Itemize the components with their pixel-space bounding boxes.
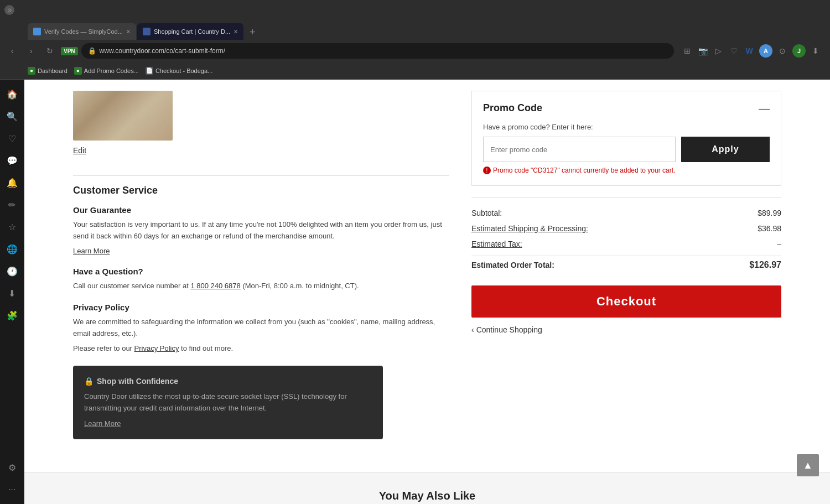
word-icon[interactable]: W bbox=[744, 45, 755, 56]
content-wrapper: Edit Customer Service Our Guarantee Your… bbox=[62, 80, 792, 461]
total-label: Estimated Order Total: bbox=[471, 261, 554, 269]
url-bar[interactable]: 🔒 www.countrydoor.com/co/cart-submit-for… bbox=[81, 43, 674, 59]
tab1-close-icon[interactable]: × bbox=[126, 27, 131, 36]
bookmark-checkout[interactable]: 📄 Checkout - Bodega... bbox=[146, 67, 212, 75]
tabs-bar: Verify Codes — SimplyCod... × Shopping C… bbox=[0, 20, 830, 40]
tax-value: – bbox=[777, 240, 781, 248]
bookmark-promo-label: Add Promo Codes... bbox=[84, 67, 139, 74]
user-avatar-a[interactable]: A bbox=[759, 44, 772, 58]
sidebar-search-icon[interactable]: 🔍 bbox=[2, 106, 22, 126]
guarantee-text: Your satisfaction is very important to u… bbox=[73, 219, 449, 242]
guarantee-title: Our Guarantee bbox=[73, 205, 449, 215]
download-icon[interactable]: ⬇ bbox=[810, 45, 821, 56]
sidebar-heart-icon[interactable]: ♡ bbox=[2, 128, 22, 148]
sidebar-home-icon[interactable]: 🏠 bbox=[2, 84, 22, 104]
address-bar: ‹ › ↻ VPN 🔒 www.countrydoor.com/co/cart-… bbox=[0, 40, 830, 62]
phone-link[interactable]: 1 800 240 6878 bbox=[190, 282, 240, 290]
confidence-learn-more-link[interactable]: Learn More bbox=[84, 419, 121, 428]
tab1-title: Verify Codes — SimplyCod... bbox=[44, 28, 123, 35]
sidebar-more-icon[interactable]: ··· bbox=[2, 480, 22, 500]
promo-section: Promo Code — Have a promo code? Enter it… bbox=[471, 91, 781, 186]
sidebar-download-icon[interactable]: ⬇ bbox=[2, 283, 22, 303]
promo-header: Promo Code — bbox=[483, 102, 770, 114]
screenshot-icon[interactable]: 📷 bbox=[697, 45, 708, 56]
play-icon[interactable]: ▷ bbox=[713, 45, 724, 56]
bookmark-dashboard-icon: ● bbox=[28, 67, 35, 75]
ymal-title: You May Also Like bbox=[35, 490, 819, 502]
left-column: Edit Customer Service Our Guarantee Your… bbox=[73, 80, 449, 461]
subtotal-label: Subtotal: bbox=[471, 209, 502, 217]
subtotal-row: Subtotal: $89.99 bbox=[471, 209, 781, 217]
guarantee-learn-more-link[interactable]: Learn More bbox=[73, 247, 110, 255]
right-column: Promo Code — Have a promo code? Enter it… bbox=[471, 80, 781, 461]
url-text: www.countrydoor.com/co/cart-submit-form/ bbox=[100, 47, 667, 55]
question-text: Call our customer service number at 1 80… bbox=[73, 280, 449, 292]
bookmark-checkout-icon: 📄 bbox=[146, 67, 153, 75]
main-content: Edit Customer Service Our Guarantee Your… bbox=[24, 80, 830, 504]
user-avatar-j[interactable]: J bbox=[792, 44, 806, 58]
error-icon: ! bbox=[483, 167, 491, 174]
back-button[interactable]: ‹ bbox=[4, 43, 20, 59]
edit-link[interactable]: Edit bbox=[73, 146, 86, 155]
customer-service-section: Customer Service Our Guarantee Your sati… bbox=[73, 185, 449, 439]
product-image-section: Edit bbox=[73, 91, 449, 167]
tab-verify-codes[interactable]: Verify Codes — SimplyCod... × bbox=[28, 23, 136, 40]
confidence-lock-icon: 🔒 bbox=[84, 377, 94, 386]
privacy-title: Privacy Policy bbox=[73, 303, 449, 312]
new-tab-button[interactable]: + bbox=[245, 24, 260, 40]
tab2-title: Shopping Cart | Country D... bbox=[154, 28, 230, 35]
bookmark-promo-codes[interactable]: ● Add Promo Codes... bbox=[74, 67, 139, 75]
tax-row: Estimated Tax: – bbox=[471, 240, 781, 248]
sidebar-gear-icon[interactable]: ⚙ bbox=[2, 458, 22, 477]
sidebar-bell-icon[interactable]: 🔔 bbox=[2, 173, 22, 193]
sidebar-chat-icon[interactable]: 💬 bbox=[2, 150, 22, 170]
sidebar-pencil-icon[interactable]: ✏ bbox=[2, 195, 22, 215]
toolbar-icons: ⊞ 📷 ▷ ♡ W A ⊙ J ⬇ bbox=[677, 44, 826, 58]
summary-divider bbox=[471, 255, 781, 256]
sidebar-star-icon[interactable]: ☆ bbox=[2, 217, 22, 237]
shipping-value: $36.98 bbox=[758, 224, 781, 233]
continue-shopping-link[interactable]: ‹ Continue Shopping bbox=[471, 325, 781, 334]
lock-icon: 🔒 bbox=[88, 47, 96, 55]
scroll-top-icon: ▲ bbox=[803, 460, 813, 471]
continue-shopping-label: Continue Shopping bbox=[476, 325, 542, 334]
favorites-icon[interactable]: ♡ bbox=[728, 45, 739, 56]
you-may-also-like-section: You May Also Like bbox=[24, 472, 830, 504]
tab2-close-icon[interactable]: × bbox=[234, 27, 238, 36]
extensions-icon[interactable]: ⊞ bbox=[682, 45, 693, 56]
vpn-badge[interactable]: VPN bbox=[61, 47, 78, 55]
sidebar-plugin-icon[interactable]: 🧩 bbox=[2, 305, 22, 325]
privacy-policy-link[interactable]: Privacy Policy bbox=[134, 344, 179, 352]
bookmark-dashboard-label: Dashboard bbox=[38, 67, 68, 74]
sidebar-clock-icon[interactable]: 🕐 bbox=[2, 261, 22, 281]
sidebar-globe-icon[interactable]: 🌐 bbox=[2, 239, 22, 259]
reload-button[interactable]: ↻ bbox=[42, 43, 58, 59]
shipping-label[interactable]: Estimated Shipping & Processing: bbox=[471, 224, 588, 233]
promo-code-input[interactable] bbox=[483, 137, 676, 162]
question-text-before: Call our customer service number at bbox=[73, 282, 190, 290]
tab2-favicon bbox=[143, 28, 151, 35]
privacy-text-after: to find out more. bbox=[179, 344, 233, 352]
privacy-subsection: Privacy Policy We are committed to safeg… bbox=[73, 303, 449, 354]
promo-toggle-button[interactable]: — bbox=[759, 103, 770, 114]
forward-button[interactable]: › bbox=[23, 43, 39, 59]
profile-icon[interactable]: ⊙ bbox=[777, 45, 788, 56]
scroll-to-top-button[interactable]: ▲ bbox=[797, 454, 819, 476]
apply-button[interactable]: Apply bbox=[681, 137, 770, 162]
browser-logo-icon: ⊙ bbox=[4, 5, 14, 15]
promo-title: Promo Code bbox=[483, 102, 542, 114]
confidence-title: 🔒 Shop with Confidence bbox=[84, 377, 372, 386]
bookmark-promo-icon: ● bbox=[74, 67, 82, 75]
promo-error-text: Promo code "CD3127" cannot currently be … bbox=[493, 167, 675, 174]
tab1-favicon bbox=[33, 28, 41, 35]
confidence-box: 🔒 Shop with Confidence Country Door util… bbox=[73, 366, 383, 440]
product-thumb-inner bbox=[73, 91, 173, 141]
title-bar: ⊙ bbox=[0, 0, 830, 20]
privacy-text2: Please refer to our Privacy Policy to fi… bbox=[73, 343, 449, 355]
customer-service-title: Customer Service bbox=[73, 185, 449, 196]
tax-label[interactable]: Estimated Tax: bbox=[471, 240, 522, 248]
bookmark-checkout-label: Checkout - Bodega... bbox=[155, 67, 212, 74]
bookmark-dashboard[interactable]: ● Dashboard bbox=[28, 67, 68, 75]
checkout-button[interactable]: Checkout bbox=[471, 285, 781, 318]
tab-shopping-cart[interactable]: Shopping Cart | Country D... × bbox=[137, 23, 243, 40]
